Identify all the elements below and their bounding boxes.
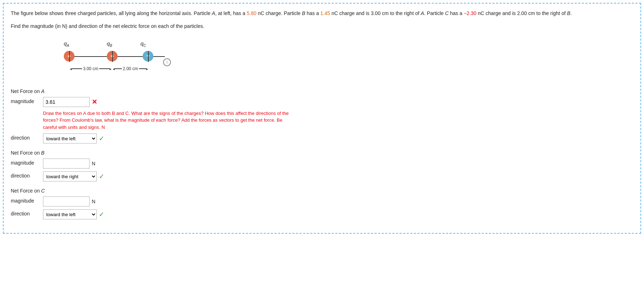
problem-statement: The figure below shows three charged par… xyxy=(11,9,633,17)
direction-a-label: direction xyxy=(11,133,43,141)
arrow-left-ab xyxy=(69,66,72,71)
dist-bc-label: 2.00 cm xyxy=(123,66,138,71)
net-force-c-particle: C xyxy=(41,188,45,194)
direction-c-check-icon: ✓ xyxy=(99,210,104,218)
direction-a-select[interactable]: toward the left toward the right xyxy=(43,133,97,144)
arrow-right-ab xyxy=(110,66,112,71)
magnitude-c-input[interactable] xyxy=(43,196,90,206)
charge-a-value: 5.80 xyxy=(247,10,256,16)
particle-c-ref: C xyxy=(445,10,449,16)
magnitude-a-label: magnitude xyxy=(11,97,43,104)
direction-c-label: direction xyxy=(11,209,43,217)
particle-a-ref2: A xyxy=(421,10,424,16)
direction-b-row: direction toward the left toward the rig… xyxy=(11,171,633,181)
magnitude-a-x-icon: ✕ xyxy=(92,98,97,106)
problem-container: The figure below shows three charged par… xyxy=(3,3,641,234)
particle-b-ref2: B xyxy=(567,10,570,16)
charge-b-value: 1.45 xyxy=(320,10,330,16)
dist-bc-meas: 2.00 cm xyxy=(112,66,149,71)
particle-diagram: qA qB qC + + − 3.00 cm xyxy=(54,37,183,80)
problem-text-7: has a xyxy=(449,10,464,16)
qb-label: qB xyxy=(107,40,112,48)
find-statement: Find the magnitude (in N) and direction … xyxy=(11,22,633,30)
magnitude-a-input[interactable] xyxy=(43,97,90,107)
magnitude-c-unit: N xyxy=(92,199,95,204)
problem-text-6: . Particle xyxy=(424,10,445,16)
direction-c-select-group: toward the left toward the right ✓ xyxy=(43,209,104,219)
qc-label: qC xyxy=(140,40,146,48)
magnitude-b-row: magnitude N xyxy=(11,159,633,169)
direction-b-select[interactable]: toward the left toward the right xyxy=(43,171,97,181)
magnitude-b-label: magnitude xyxy=(11,159,43,166)
tick-c xyxy=(148,51,149,62)
direction-c-select[interactable]: toward the left toward the right xyxy=(43,209,97,219)
problem-text-3: nC charge. Particle xyxy=(257,10,302,16)
meas-line-bc xyxy=(115,68,122,69)
direction-a-check-icon: ✓ xyxy=(99,135,104,142)
qa-label: qA xyxy=(64,40,69,48)
dist-ab-label: 3.00 cm xyxy=(83,66,99,71)
direction-a-row: direction toward the left toward the rig… xyxy=(11,133,633,144)
net-force-a-title: Net Force on A xyxy=(11,88,633,94)
magnitude-b-unit: N xyxy=(92,161,95,166)
net-force-a-section: Net Force on A magnitude ✕ Draw the forc… xyxy=(11,88,633,144)
problem-text-4: has a xyxy=(305,10,320,16)
meas-line-ab xyxy=(72,68,82,69)
direction-b-label: direction xyxy=(11,171,43,179)
magnitude-c-input-group: N xyxy=(43,196,95,206)
dist-ab-meas: 3.00 cm xyxy=(69,66,112,71)
problem-text-9: . xyxy=(571,10,572,16)
particle-b-ref: B xyxy=(302,10,305,16)
magnitude-a-row: magnitude ✕ xyxy=(11,97,633,107)
direction-b-check-icon: ✓ xyxy=(99,172,104,180)
direction-b-select-group: toward the left toward the right ✓ xyxy=(43,171,104,181)
net-force-c-section: Net Force on C magnitude N direction tow… xyxy=(11,188,633,219)
magnitude-b-input-group: N xyxy=(43,159,95,169)
direction-c-row: direction toward the left toward the rig… xyxy=(11,209,633,219)
info-icon[interactable]: i xyxy=(163,58,171,66)
meas-line-ab2 xyxy=(99,68,110,69)
net-force-b-particle: B xyxy=(41,150,44,156)
tick-a xyxy=(69,51,70,62)
problem-text-1: The figure below shows three charged par… xyxy=(11,10,212,16)
magnitude-c-label: magnitude xyxy=(11,196,43,204)
magnitude-a-input-group: ✕ xyxy=(43,97,97,107)
net-force-c-title: Net Force on C xyxy=(11,188,633,194)
direction-a-select-group: toward the left toward the right ✓ xyxy=(43,133,104,144)
net-force-b-section: Net Force on B magnitude N direction tow… xyxy=(11,150,633,181)
net-force-b-title: Net Force on B xyxy=(11,150,633,156)
tick-b xyxy=(112,51,113,62)
diagram-area: qA qB qC + + − 3.00 cm xyxy=(11,37,633,80)
problem-text-5: nC charge and is 3.00 cm to the right of xyxy=(330,10,421,16)
net-force-a-particle: A xyxy=(41,88,44,94)
arrow-left-bc xyxy=(112,66,115,71)
magnitude-c-row: magnitude N xyxy=(11,196,633,206)
charge-c-value: −2.30 xyxy=(464,10,476,16)
magnitude-a-error: Draw the forces on A due to both B and C… xyxy=(43,110,294,131)
problem-text-8: nC charge and is 2.00 cm to the right of xyxy=(476,10,567,16)
arrow-right-bc xyxy=(146,66,149,71)
problem-text-2: , at left, has a xyxy=(215,10,247,16)
magnitude-b-input[interactable] xyxy=(43,159,90,169)
